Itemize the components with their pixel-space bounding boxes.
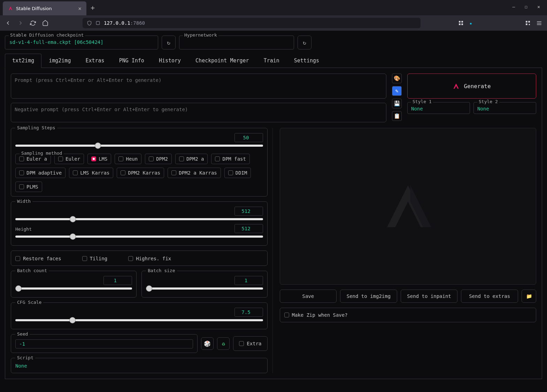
height-slider[interactable] — [15, 233, 263, 240]
width-slider[interactable] — [15, 216, 263, 223]
svg-rect-2 — [462, 21, 463, 23]
open-folder-button[interactable]: 📁 — [522, 290, 536, 303]
style2-value: None — [477, 106, 532, 112]
url-port: :7860 — [130, 20, 145, 26]
sampler-ddim[interactable]: DDIM — [224, 168, 251, 178]
batch-size-input[interactable] — [234, 276, 263, 285]
batch-count-slider[interactable] — [15, 285, 132, 292]
radio-icon — [171, 170, 176, 175]
cfg-scale-slider[interactable] — [15, 317, 263, 324]
send-extras-button[interactable]: Send to extras — [461, 290, 518, 303]
radio-icon — [179, 156, 184, 161]
palette-icon[interactable]: 🎨 — [392, 74, 402, 83]
extensions-icon[interactable] — [525, 20, 531, 26]
height-input[interactable] — [234, 224, 263, 233]
script-value: None — [15, 363, 263, 369]
sampler-dpm-fast[interactable]: DPM fast — [211, 154, 249, 164]
menu-icon[interactable] — [536, 20, 542, 26]
tab-train[interactable]: Train — [256, 54, 287, 68]
window-controls: — ☐ ✕ — [513, 4, 540, 9]
app-root: Stable Diffusion checkpoint sd-v1-4-full… — [0, 31, 547, 392]
highres-fix-checkbox[interactable]: Highres. fix — [128, 256, 171, 261]
tab-extras[interactable]: Extras — [78, 54, 111, 68]
sampling-steps-group: Sampling Steps Sampling method Euler aEu… — [11, 128, 268, 197]
tab-txt2img[interactable]: txt2img — [5, 54, 41, 68]
clipboard-icon[interactable]: 📋 — [392, 111, 402, 121]
tab-title: Stable Diffusion — [16, 6, 75, 11]
seed-input[interactable] — [15, 339, 193, 348]
sampler-dpm-adaptive[interactable]: DPM adaptive — [15, 168, 66, 178]
send-inpaint-button[interactable]: Send to inpaint — [401, 290, 458, 303]
checkpoint-label: Stable Diffusion checkpoint — [9, 32, 85, 38]
restore-faces-checkbox[interactable]: Restore faces — [15, 256, 61, 261]
style2-select[interactable]: Style 2 None — [473, 102, 536, 114]
sampler-plms[interactable]: PLMS — [15, 182, 42, 192]
sampling-steps-input[interactable] — [234, 133, 263, 142]
save-button[interactable]: Save — [280, 290, 337, 303]
browser-chrome: Stable Diffusion × + — ☐ ✕ 127.0.0.1:786… — [0, 0, 547, 31]
extra-checkbox[interactable]: Extra — [239, 341, 261, 346]
browser-toolbar: 127.0.0.1:7860 ★ — [0, 15, 547, 31]
style1-select[interactable]: Style 1 None — [407, 102, 470, 114]
refresh-checkpoint-button[interactable]: ↻ — [162, 36, 176, 49]
new-tab-button[interactable]: + — [91, 3, 95, 12]
tab-checkpoint-merger[interactable]: Checkpoint Merger — [188, 54, 256, 68]
radio-icon — [215, 156, 220, 161]
reload-button[interactable] — [30, 20, 36, 26]
radio-icon — [121, 170, 125, 175]
placeholder-logo-icon — [375, 178, 441, 234]
svg-rect-7 — [526, 23, 527, 25]
svg-rect-1 — [459, 21, 461, 23]
refresh-hypernetwork-button[interactable]: ↻ — [298, 36, 311, 49]
script-group[interactable]: Script None — [11, 358, 268, 373]
random-seed-button[interactable]: 🎲 — [201, 337, 214, 350]
url-bar[interactable]: 127.0.0.1:7860 — [83, 18, 421, 28]
home-button[interactable] — [42, 20, 48, 26]
sampler-dpm2-a[interactable]: DPM2 a — [175, 154, 208, 164]
close-window-button[interactable]: ✕ — [537, 4, 540, 9]
maximize-button[interactable]: ☐ — [525, 4, 527, 9]
negative-prompt-textarea[interactable] — [11, 103, 386, 122]
sampler-dpm2-karras[interactable]: DPM2 Karras — [117, 168, 164, 178]
notepad-icon[interactable]: ✎ — [392, 86, 402, 96]
width-input[interactable] — [234, 207, 263, 216]
back-button[interactable] — [5, 20, 11, 26]
grid-icon[interactable] — [458, 20, 464, 26]
sampler-lms-karras[interactable]: LMS Karras — [69, 168, 113, 178]
minimize-button[interactable]: — — [513, 4, 515, 9]
browser-tab[interactable]: Stable Diffusion × — [3, 1, 86, 15]
svg-rect-8 — [529, 24, 530, 25]
reuse-seed-button[interactable]: ♻ — [217, 337, 230, 350]
tab-history[interactable]: History — [152, 54, 188, 68]
main-tabs: txt2imgimg2imgExtrasPNG InfoHistoryCheck… — [5, 54, 542, 68]
forward-button[interactable] — [17, 20, 24, 26]
sampling-steps-slider[interactable] — [15, 142, 263, 149]
sampler-heun[interactable]: Heun — [115, 154, 141, 164]
bookmark-icon[interactable]: ★ — [469, 21, 472, 26]
sampling-method-radios: Euler aEulerLMSHeunDPM2DPM2 aDPM fastDPM… — [15, 154, 263, 192]
close-icon[interactable]: × — [78, 5, 82, 12]
send-img2img-button[interactable]: Send to img2img — [340, 290, 397, 303]
hypernetwork-select[interactable]: Hypernetwork — [179, 36, 294, 49]
batch-size-slider[interactable] — [146, 285, 263, 292]
generate-button[interactable]: Generate — [407, 74, 536, 99]
zip-checkbox[interactable]: Make Zip when Save? — [284, 312, 532, 318]
sampler-lms[interactable]: LMS — [87, 154, 111, 164]
seed-group: Seed — [11, 334, 198, 353]
save-icon[interactable]: 💾 — [392, 99, 402, 108]
cfg-scale-input[interactable] — [234, 308, 263, 317]
radio-icon — [19, 184, 24, 189]
tab-settings[interactable]: Settings — [287, 54, 326, 68]
tiling-checkbox[interactable]: Tiling — [82, 256, 108, 261]
batch-count-input[interactable] — [103, 276, 132, 285]
sampler-dpm2-a-karras[interactable]: DPM2 a Karras — [168, 168, 221, 178]
checkpoint-select[interactable]: Stable Diffusion checkpoint sd-v1-4-full… — [5, 36, 158, 49]
prompt-textarea[interactable] — [11, 74, 386, 99]
hypernetwork-label: Hypernetwork — [183, 32, 218, 38]
batch-size-group: Batch size — [141, 271, 267, 298]
radio-icon — [91, 156, 96, 161]
sampler-dpm2[interactable]: DPM2 — [145, 154, 172, 164]
radio-icon — [149, 156, 154, 161]
tab-img2img[interactable]: img2img — [41, 54, 78, 68]
tab-png-info[interactable]: PNG Info — [112, 54, 152, 68]
